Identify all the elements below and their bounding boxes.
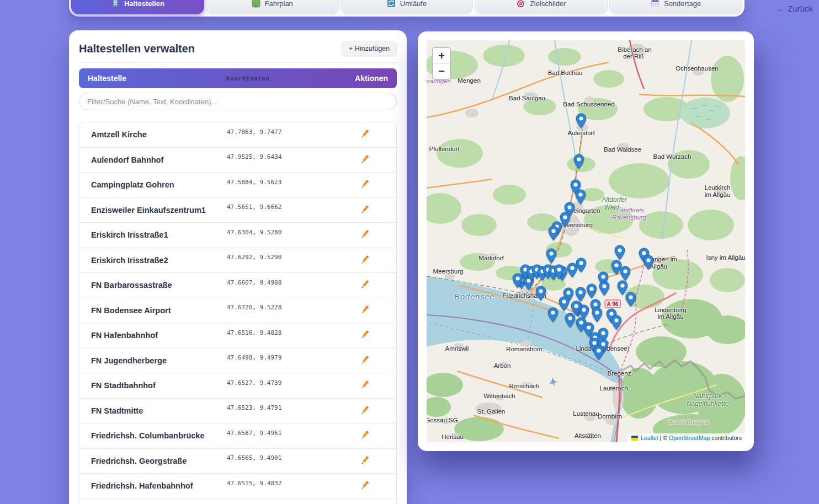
stop-coordinates: 47.5651, 9.6662 — [227, 203, 281, 211]
openstreetmap-link[interactable]: OpenStreetMap — [669, 435, 710, 441]
marker-pin-icon — [547, 307, 559, 323]
edit-button[interactable] — [357, 302, 373, 319]
edit-button[interactable] — [357, 427, 373, 444]
pencil-icon — [359, 354, 371, 366]
filter-search-input[interactable] — [79, 93, 397, 110]
pencil-icon — [359, 379, 371, 391]
stop-coordinates: 47.6720, 9.5228 — [227, 304, 281, 311]
map-marker[interactable] — [592, 307, 603, 323]
table-row: FN Bodensee Airport 47.6720, 9.5228 — [79, 298, 396, 324]
stop-name: FN Hafenbahnhof — [91, 331, 227, 340]
map-marker[interactable] — [575, 287, 586, 302]
marker-pin-icon — [611, 315, 622, 330]
stop-name: Eriskirch Irisstraße1 — [91, 230, 227, 239]
pencil-icon — [359, 254, 371, 266]
stop-name: Friedrichsh. Columbanbrücke — [91, 431, 227, 440]
copyright-symbol: © — [663, 435, 667, 441]
edit-button[interactable] — [357, 403, 373, 419]
stop-coordinates: 47.6587, 9.4961 — [227, 430, 281, 437]
table-row: FN Barbarossastraße 47.6607, 9.4988 — [79, 273, 396, 298]
map-marker[interactable] — [593, 345, 604, 361]
divider — [79, 62, 397, 63]
map-marker[interactable] — [554, 264, 565, 280]
tab-fahrplan[interactable]: Fahrplan — [206, 0, 339, 14]
ukraine-flag-icon — [631, 436, 638, 441]
map-marker[interactable] — [571, 301, 582, 316]
map-marker[interactable] — [535, 286, 546, 301]
edit-button[interactable] — [357, 126, 373, 143]
edit-button[interactable] — [357, 327, 373, 344]
map-marker[interactable] — [620, 266, 631, 281]
tab-label: Umläufe — [400, 0, 427, 8]
tab-haltestellen[interactable]: Haltestellen — [71, 0, 204, 14]
table-row: Amtzell Kirche 47.7063, 9.7477 — [79, 122, 396, 148]
pencil-icon — [359, 404, 371, 416]
edit-button[interactable] — [357, 478, 373, 494]
pencil-icon — [359, 329, 371, 341]
marker-pin-icon — [554, 264, 565, 280]
pencil-icon — [359, 278, 371, 291]
edit-button[interactable] — [357, 277, 373, 293]
marker-pin-icon — [535, 286, 546, 301]
back-link[interactable]: ← Zurück — [777, 4, 813, 13]
edit-button[interactable] — [357, 227, 373, 243]
marker-pin-icon — [548, 226, 559, 241]
pencil-icon — [359, 479, 371, 491]
stop-coordinates: 47.6516, 9.4828 — [227, 329, 281, 336]
table-row: FN Stadtbahnhof 47.6527, 9.4739 — [79, 373, 396, 399]
edit-button[interactable] — [357, 377, 373, 394]
tab-umlaeufe[interactable]: Umläufe — [341, 0, 474, 14]
tab-label: Sondertage — [664, 0, 701, 8]
building-icon — [111, 0, 120, 8]
map-marker[interactable] — [575, 189, 586, 205]
stop-name: Eriskirch Irisstraße2 — [91, 256, 227, 265]
marker-pin-icon — [546, 248, 557, 264]
zoom-out-button[interactable]: − — [433, 63, 450, 79]
marker-pin-icon — [592, 307, 603, 323]
map-panel: maringenMengenPfullendorfBad SaulgauBad … — [418, 31, 754, 451]
stop-coordinates: 47.6304, 9.5280 — [227, 229, 281, 236]
stops-table-body: Amtzell Kirche 47.7063, 9.7477 Aulendorf… — [79, 122, 397, 504]
map-marker[interactable] — [512, 273, 523, 288]
leaflet-link[interactable]: Leaflet — [641, 435, 658, 441]
stop-coordinates: 47.9525, 9.6434 — [227, 153, 281, 160]
marker-pin-icon — [559, 296, 570, 312]
column-header-coordinates: Koordinaten — [226, 75, 269, 82]
stop-coordinates: 47.6515, 9.4832 — [227, 480, 281, 487]
zoom-in-button[interactable]: + — [433, 48, 450, 63]
edit-button[interactable] — [357, 453, 373, 469]
marker-pin-icon — [575, 287, 586, 302]
map-marker[interactable] — [573, 154, 584, 169]
map-marker[interactable] — [548, 226, 559, 241]
table-row: Eriskirch Irisstraße1 47.6304, 9.5280 — [79, 223, 396, 248]
edit-button[interactable] — [357, 202, 373, 218]
edit-button[interactable] — [357, 176, 373, 193]
map-marker[interactable] — [576, 113, 587, 128]
edit-button[interactable] — [357, 152, 373, 168]
map-marker[interactable] — [617, 280, 628, 296]
stop-coordinates: 47.7063, 9.7477 — [227, 128, 281, 136]
edit-button[interactable] — [357, 352, 373, 369]
map-marker[interactable] — [546, 248, 557, 264]
map-marker[interactable] — [599, 281, 610, 296]
marker-pin-icon — [575, 189, 586, 205]
tab-sondertage[interactable]: Sondertage — [609, 0, 742, 14]
tab-label: Zielschilder — [530, 0, 566, 8]
add-stop-button[interactable]: + Hinzufügen — [342, 41, 397, 56]
edit-button[interactable] — [357, 252, 373, 269]
map-marker[interactable] — [547, 307, 559, 323]
marker-pin-icon — [593, 345, 604, 361]
map-marker[interactable] — [611, 315, 622, 330]
map-marker[interactable] — [643, 255, 654, 270]
pencil-icon — [359, 304, 371, 316]
attribution-suffix: contributors — [711, 435, 742, 441]
map-marker[interactable] — [567, 262, 578, 278]
tab-zielschilder[interactable]: Zielschilder — [475, 0, 608, 14]
attribution-divider: | — [660, 435, 662, 441]
motorway-icon — [252, 0, 260, 8]
tab-label: Fahrplan — [265, 0, 293, 8]
map-marker[interactable] — [614, 245, 625, 260]
map-marker[interactable] — [559, 296, 570, 312]
leaflet-map[interactable]: maringenMengenPfullendorfBad SaulgauBad … — [427, 40, 745, 442]
map-marker[interactable] — [586, 283, 597, 299]
